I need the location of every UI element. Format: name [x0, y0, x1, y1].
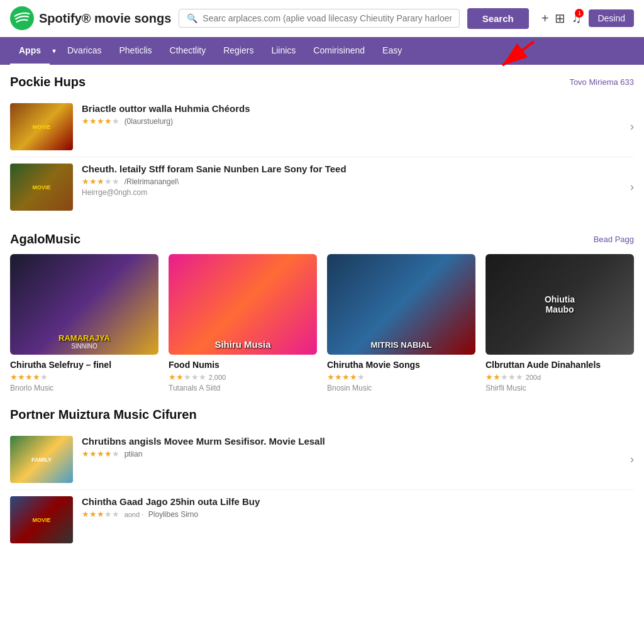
- agalo-link[interactable]: Bead Pagg: [594, 235, 634, 244]
- grid-item-stars: ★★★★★: [327, 372, 475, 382]
- item-info: Chintha Gaad Jago 25hin outa Lilfe Buy ★…: [82, 496, 634, 521]
- star-count: (0laurstuelurg): [125, 117, 173, 126]
- list-item[interactable]: MOVIE Briactle outtor walla Huhmia Chéor…: [10, 97, 634, 157]
- nav-item-pheticlis[interactable]: Pheticlis: [110, 37, 160, 65]
- nav-item-regiers[interactable]: Regiers: [214, 37, 262, 65]
- grid-item-stars: ★★★★★: [10, 372, 158, 382]
- pockie-link[interactable]: Tovo Miriema 633: [569, 77, 634, 87]
- item-sub: Heirrge@0ngh.com: [82, 188, 630, 197]
- header: Spotify® movie songs 🔍 Search + ⊞ ♫ 1 De…: [0, 0, 644, 37]
- svg-point-2: [10, 6, 34, 30]
- nav-item-cthectlity[interactable]: Cthectlity: [161, 37, 215, 65]
- add-button[interactable]: +: [541, 11, 549, 26]
- nav-item-liinics[interactable]: Liinics: [262, 37, 304, 65]
- grid-item-stars: ★★★★★ 200d: [486, 372, 634, 382]
- grid-item-sub: Shirfli Music: [486, 384, 634, 392]
- grid-thumbnail: MITRIS NABIAL: [327, 254, 475, 355]
- agalo-title: AgaloMusic: [10, 232, 80, 247]
- grid-item[interactable]: OhiutiaMaubo Clbruttan Aude Dinahanlels …: [486, 254, 634, 392]
- item-stars: ★★★★★ (0laurstuelurg): [82, 116, 630, 126]
- item-title: Chrutibns angisls Movee Murm Sesifisor. …: [82, 436, 630, 447]
- grid-icon: ⊞: [555, 11, 565, 25]
- search-icon: 🔍: [187, 13, 197, 23]
- thumb-overlay: MOVIE: [10, 164, 73, 211]
- star-label: ptiian: [125, 450, 143, 458]
- item-stars: ★★★★★ /Rlelrimanangel\: [82, 177, 630, 186]
- section-pockie-hups: Pockie Hups Tovo Miriema 633 MOVIE Briac…: [10, 75, 634, 217]
- pockie-title: Pockie Hups: [10, 75, 86, 89]
- header-icons: + ⊞ ♫ 1: [541, 11, 582, 26]
- item-title: Briactle outtor walla Huhmia Chéords: [82, 103, 630, 114]
- thumb-overlay: MOVIE: [10, 496, 73, 543]
- notification-button[interactable]: ♫ 1: [572, 11, 581, 26]
- nav-item-apps[interactable]: Apps: [10, 37, 50, 65]
- thumb-overlay: FAMILY: [10, 436, 73, 483]
- star-label: aond ·: [125, 511, 144, 518]
- grid-item-title: Chirutha Movie Songs: [327, 360, 475, 370]
- grid-thumbnail: Sihiru Musia: [169, 254, 317, 355]
- star-count: /Rlelrimanangel\: [125, 177, 179, 186]
- grid-item[interactable]: RAMARAJYA SINNINO Chirutha Selefruy – fi…: [10, 254, 158, 392]
- grid-thumbnail: RAMARAJYA SINNINO: [10, 254, 158, 355]
- search-bar: 🔍: [179, 9, 459, 28]
- item-thumbnail: MOVIE: [10, 164, 73, 211]
- star-sub: Ploylibes Sirno: [148, 510, 198, 519]
- portner-title: Portner Muiztura Music Cifuren: [10, 408, 197, 422]
- grid-item-title: Food Numis: [169, 360, 317, 370]
- spotify-logo-icon: [10, 6, 34, 30]
- item-stars: ★★★★★ aond · Ploylibes Sirno: [82, 509, 634, 519]
- thumb-overlay: MOVIE: [10, 103, 73, 150]
- item-thumbnail: MOVIE: [10, 103, 73, 150]
- nav-item-comirisinend[interactable]: Comirisinend: [304, 37, 374, 65]
- agalo-section-header: AgaloMusic Bead Pagg: [10, 232, 634, 247]
- item-stars: ★★★★★ ptiian: [82, 449, 630, 458]
- nav-item-easy[interactable]: Easy: [374, 37, 411, 65]
- plus-icon: +: [541, 11, 549, 25]
- chevron-right-icon: ›: [630, 453, 634, 466]
- grid-item[interactable]: Sihiru Musia Food Numis ★★★★★ 2,000 Tuta…: [169, 254, 317, 392]
- grid-item-title: Clbruttan Aude Dinahanlels: [486, 360, 634, 370]
- logo-area: Spotify® movie songs: [10, 6, 171, 30]
- nav-item-dvaricas[interactable]: Dvaricas: [58, 37, 110, 65]
- user-button[interactable]: Desind: [589, 9, 634, 27]
- agalo-grid: RAMARAJYA SINNINO Chirutha Selefruy – fi…: [10, 254, 634, 392]
- grid-item[interactable]: MITRIS NABIAL Chirutha Movie Songs ★★★★★…: [327, 254, 475, 392]
- notification-badge: 1: [575, 9, 584, 18]
- list-item[interactable]: MOVIE Cheuth. letaily Stff foram Sanie N…: [10, 157, 634, 217]
- item-title: Chintha Gaad Jago 25hin outa Lilfe Buy: [82, 496, 634, 507]
- search-button[interactable]: Search: [467, 8, 529, 29]
- app-title: Spotify® movie songs: [39, 11, 171, 26]
- nav-dropdown-arrow[interactable]: ▾: [50, 47, 58, 55]
- grid-item-sub: Tutanals A Siitd: [169, 384, 317, 392]
- item-info: Briactle outtor walla Huhmia Chéords ★★★…: [82, 103, 630, 128]
- grid-thumbnail: OhiutiaMaubo: [486, 254, 634, 355]
- navbar: Apps ▾ Dvaricas Pheticlis Cthectlity Reg…: [0, 37, 644, 65]
- list-item[interactable]: MOVIE Chintha Gaad Jago 25hin outa Lilfe…: [10, 490, 634, 550]
- item-info: Cheuth. letaily Stff foram Sanie Nunben …: [82, 164, 630, 197]
- section-portner: Portner Muiztura Music Cifuren FAMILY Ch…: [10, 408, 634, 550]
- main-content: Pockie Hups Tovo Miriema 633 MOVIE Briac…: [0, 65, 644, 575]
- list-item[interactable]: FAMILY Chrutibns angisls Movee Murm Sesi…: [10, 430, 634, 490]
- chevron-right-icon: ›: [630, 120, 634, 133]
- search-input[interactable]: [203, 13, 451, 23]
- item-info: Chrutibns angisls Movee Murm Sesifisor. …: [82, 436, 630, 460]
- item-thumbnail: MOVIE: [10, 496, 73, 543]
- grid-item-stars: ★★★★★ 2,000: [169, 372, 317, 382]
- item-title: Cheuth. letaily Stff foram Sanie Nunben …: [82, 164, 630, 174]
- item-thumbnail: FAMILY: [10, 436, 73, 483]
- portner-section-header: Portner Muiztura Music Cifuren: [10, 408, 634, 422]
- chevron-right-icon: ›: [630, 180, 634, 194]
- section-agalo-music: AgaloMusic Bead Pagg RAMARAJYA SINNINO C…: [10, 232, 634, 392]
- grid-item-title: Chirutha Selefruy – finel: [10, 360, 158, 370]
- pockie-section-header: Pockie Hups Tovo Miriema 633: [10, 75, 634, 89]
- grid-button[interactable]: ⊞: [555, 11, 565, 26]
- grid-item-sub: Bnorlo Music: [10, 384, 158, 392]
- grid-item-sub: Bnosin Music: [327, 384, 475, 392]
